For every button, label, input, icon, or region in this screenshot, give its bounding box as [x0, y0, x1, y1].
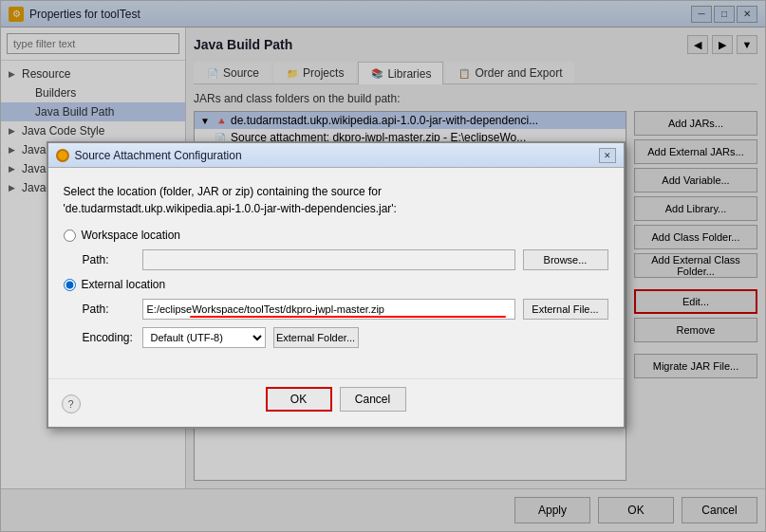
workspace-radio[interactable] [64, 229, 76, 242]
dialog-help-button[interactable]: ? [62, 394, 81, 413]
red-underline [190, 316, 506, 318]
source-attachment-dialog: Source Attachment Configuration ✕ Select… [47, 141, 626, 429]
external-path-container [142, 299, 515, 320]
dialog-title-bar: Source Attachment Configuration ✕ [48, 143, 624, 168]
external-radio[interactable] [64, 279, 76, 291]
encoding-row: Encoding: Default (UTF-8) UTF-8 ISO-8859… [83, 327, 608, 348]
workspace-path-row: Path: Browse... [83, 249, 608, 270]
external-radio-option: External location [64, 278, 608, 291]
external-path-row: Path: External File... [83, 299, 608, 320]
workspace-path-input[interactable] [142, 249, 515, 270]
dialog-content: Select the location (folder, JAR or zip)… [48, 168, 624, 378]
workspace-path-label: Path: [83, 253, 135, 266]
dialog-bottom: OK Cancel [48, 378, 624, 427]
external-file-button[interactable]: External File... [523, 299, 608, 320]
dialog-title: Source Attachment Configuration [75, 149, 242, 162]
dialog-close-button[interactable]: ✕ [599, 148, 616, 163]
workspace-radio-option: Workspace location [64, 229, 608, 242]
main-window: ⚙ Properties for toolTest ─ □ ✕ ▶ Resour… [0, 0, 766, 532]
overlay: Source Attachment Configuration ✕ Select… [1, 1, 765, 531]
dialog-icon [56, 149, 69, 162]
external-folder-button[interactable]: External Folder... [273, 327, 359, 348]
external-radio-label[interactable]: External location [82, 278, 166, 291]
encoding-label: Encoding: [83, 331, 135, 344]
dialog-title-left: Source Attachment Configuration [56, 149, 242, 162]
dialog-cancel-button[interactable]: Cancel [340, 387, 406, 412]
external-path-label: Path: [83, 303, 135, 316]
dialog-ok-button[interactable]: OK [266, 387, 332, 412]
workspace-radio-label[interactable]: Workspace location [82, 229, 181, 242]
dialog-description: Select the location (folder, JAR or zip)… [64, 183, 608, 217]
browse-button[interactable]: Browse... [523, 249, 608, 270]
encoding-select[interactable]: Default (UTF-8) UTF-8 ISO-8859-1 [142, 327, 266, 348]
